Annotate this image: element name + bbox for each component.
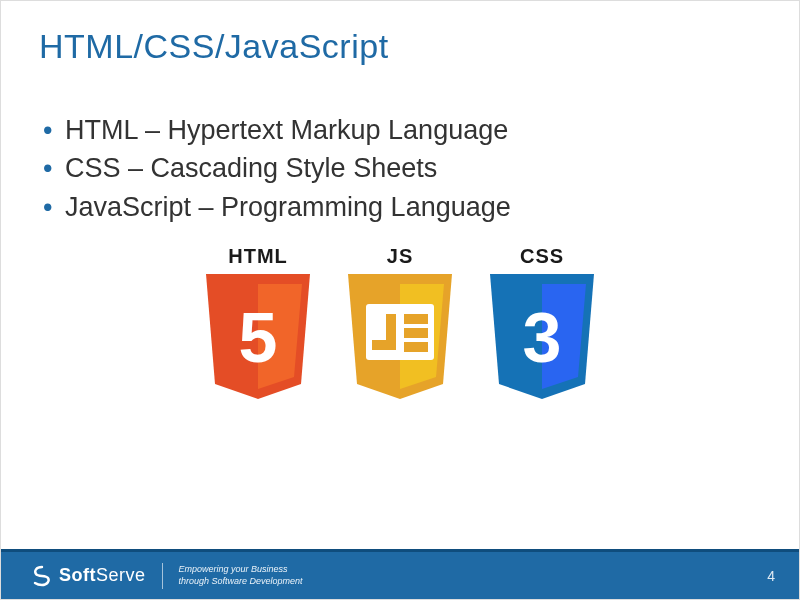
page-number: 4 <box>767 568 775 584</box>
css3-shield-icon: 3 <box>482 274 602 404</box>
html5-logo: HTML 5 <box>198 245 318 404</box>
svg-rect-8 <box>404 328 428 338</box>
slide-footer: SoftServe Empowering your Business throu… <box>1 549 799 599</box>
html5-shield-icon: 5 <box>198 274 318 404</box>
tagline-line2: through Software Development <box>179 576 303 587</box>
tagline-line1: Empowering your Business <box>179 564 303 575</box>
bullet-list: HTML – Hypertext Markup Language CSS – C… <box>43 112 799 225</box>
logo-row: HTML 5 JS CSS <box>1 245 799 404</box>
slide: HTML/CSS/JavaScript HTML – Hypertext Mar… <box>0 0 800 600</box>
js-label: JS <box>387 245 413 268</box>
bullet-item: JavaScript – Programming Language <box>43 189 799 225</box>
css3-digit: 3 <box>523 299 562 377</box>
js-shield-icon <box>340 274 460 404</box>
brand-name: SoftServe <box>59 565 146 586</box>
svg-rect-9 <box>404 342 428 352</box>
html-label: HTML <box>228 245 288 268</box>
bullet-item: CSS – Cascading Style Sheets <box>43 150 799 186</box>
slide-title: HTML/CSS/JavaScript <box>1 1 799 66</box>
brand-block: SoftServe <box>31 565 146 587</box>
brand-suffix: Serve <box>96 565 146 585</box>
footer-separator <box>162 563 163 589</box>
brand-prefix: Soft <box>59 565 96 585</box>
softserve-swirl-icon <box>31 565 53 587</box>
svg-rect-7 <box>404 314 428 324</box>
css3-logo: CSS 3 <box>482 245 602 404</box>
css-label: CSS <box>520 245 564 268</box>
svg-rect-6 <box>372 340 396 350</box>
footer-tagline: Empowering your Business through Softwar… <box>179 564 303 587</box>
html5-digit: 5 <box>239 299 278 377</box>
bullet-item: HTML – Hypertext Markup Language <box>43 112 799 148</box>
js-logo: JS <box>340 245 460 404</box>
